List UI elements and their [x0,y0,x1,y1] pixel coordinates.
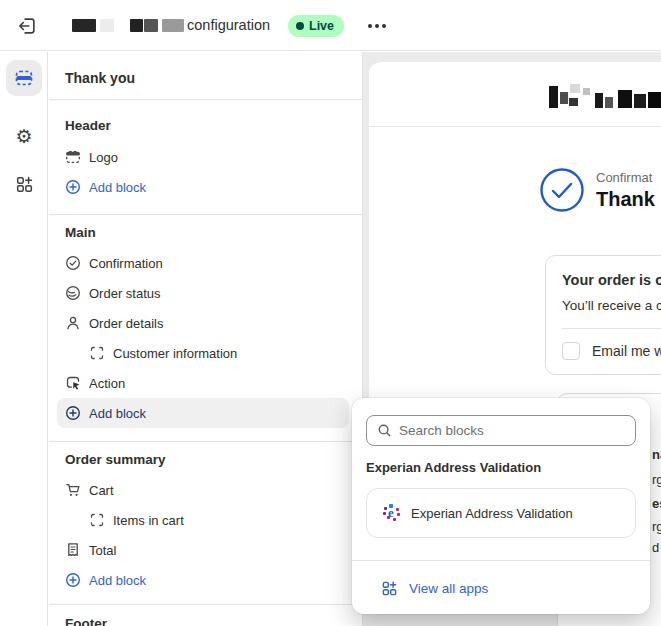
view-all-apps-label: View all apps [409,581,488,596]
redacted-store-name [144,19,158,32]
more-actions-button[interactable] [364,13,390,39]
order-status-icon [65,285,81,301]
exit-icon [16,15,38,37]
add-block-label: Add block [89,573,146,588]
divider [49,214,362,215]
view-all-apps-link[interactable]: View all apps [381,576,488,600]
sidebar-item-order-details[interactable]: Order details [57,308,349,338]
divider [49,99,362,100]
sidebar-item-label: Customer information [113,346,237,361]
add-block-button-main[interactable]: Add block [57,398,349,428]
sidebar-item-label: Items in cart [113,513,184,528]
popover-app-section-heading: Experian Address Validation [366,460,541,475]
redacted-store-name [162,19,184,32]
gear-icon: ⚙ [15,127,32,146]
confirmation-check-icon [540,168,584,212]
rail-settings-button[interactable]: ⚙ [6,118,42,154]
brackets-icon [89,345,105,361]
live-badge-label: Live [309,19,334,33]
search-blocks-field [366,415,636,446]
app-block-item-label: Experian Address Validation [411,506,573,521]
sections-icon [14,68,34,88]
exit-editor-button[interactable] [13,12,41,40]
add-block-button-header[interactable]: Add block [57,172,349,202]
person-icon [65,315,81,331]
section-heading-header: Header [65,118,111,133]
confirmation-thank-you-title: Thank [596,188,655,211]
search-icon [377,423,392,438]
rail-apps-button[interactable] [6,166,42,202]
search-blocks-input[interactable] [399,423,625,438]
page-title: configuration [187,17,270,33]
sidebar-item-label: Order details [89,316,163,331]
order-confirmed-card: Your order is c You’ll receive a c Email… [545,255,661,375]
preview-text-fragment: na [652,447,661,462]
preview-header-block [369,62,661,127]
layers-sidebar: Thank you Header Logo Add block Main Con [49,52,363,626]
sidebar-item-items-in-cart[interactable]: Items in cart [57,505,349,535]
section-heading-footer: Footer [65,616,107,626]
check-circle-icon [65,255,81,271]
email-offers-checkbox[interactable] [562,342,580,360]
preview-text-fragment: rg [652,519,661,534]
plus-circle-icon [65,405,81,421]
sidebar-item-confirmation[interactable]: Confirmation [57,248,349,278]
sidebar-item-logo[interactable]: Logo [57,142,349,172]
confirmation-number-text: Confirmat [596,170,652,185]
section-heading-main: Main [65,225,96,240]
logo-block-icon [65,149,81,165]
apps-icon [381,580,398,597]
divider [352,560,650,561]
sidebar-item-cart[interactable]: Cart [57,475,349,505]
cart-icon [65,482,81,498]
divider [49,441,362,442]
sidebar-item-label: Logo [89,150,118,165]
redacted-store-name [130,19,143,32]
sidebar-item-customer-information[interactable]: Customer information [57,338,349,368]
receipt-icon [65,542,81,558]
order-card-subtitle: You’ll receive a c [562,298,661,313]
rail-sections-button[interactable] [6,60,42,96]
sidebar-item-label: Confirmation [89,256,163,271]
section-heading-order-summary: Order summary [65,452,166,467]
checkout-editor-window: configuration Live ⚙ [0,0,661,626]
order-card-title: Your order is c [562,272,661,288]
action-cursor-icon [65,375,81,391]
sidebar-item-label: Cart [89,483,114,498]
apps-icon [15,175,34,194]
app-block-item-experian[interactable]: e Experian Address Validation [366,488,636,538]
redacted-store-name [100,19,114,32]
add-block-label: Add block [89,180,146,195]
sidebar-item-label: Total [89,543,116,558]
plus-circle-icon [65,179,81,195]
topbar: configuration Live [0,0,661,51]
icon-rail: ⚙ [0,52,48,626]
brackets-icon [89,512,105,528]
divider [49,604,362,605]
experian-app-icon: e [383,504,401,522]
add-block-button-order-summary[interactable]: Add block [57,565,349,595]
plus-circle-icon [65,572,81,588]
live-dot-icon [296,22,304,30]
preview-text-fragment: es [652,496,661,511]
preview-text-fragment: d [652,540,659,555]
redacted-shop-logo [546,80,661,114]
sidebar-item-label: Action [89,376,125,391]
sidebar-item-total[interactable]: Total [57,535,349,565]
email-offers-label: Email me wit [592,343,661,359]
sidebar-item-action[interactable]: Action [57,368,349,398]
live-status-badge: Live [288,15,344,37]
sidebar-item-order-status[interactable]: Order status [57,278,349,308]
redacted-store-name [72,19,96,32]
preview-text-fragment: rg [652,472,661,487]
sidebar-item-label: Order status [89,286,161,301]
add-block-popover: Experian Address Validation e Experian A… [352,398,650,614]
add-block-label: Add block [89,406,146,421]
sidebar-page-title: Thank you [65,70,135,86]
